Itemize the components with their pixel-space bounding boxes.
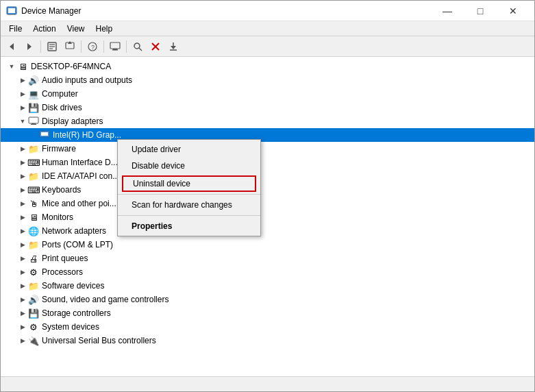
svg-point-16: [134, 43, 140, 49]
audio-arrow[interactable]: ▶: [17, 75, 28, 86]
tree-item-usb[interactable]: ▶ 🔌 Universal Serial Bus controllers: [1, 334, 534, 347]
menu-action[interactable]: Action: [27, 23, 61, 35]
close-button[interactable]: ✕: [497, 1, 529, 21]
firmware-label: Firmware: [42, 144, 76, 154]
monitors-arrow[interactable]: ▶: [17, 212, 28, 223]
svg-marker-4: [27, 43, 32, 50]
software-arrow[interactable]: ▶: [17, 280, 28, 291]
title-bar: Device Manager — □ ✕: [1, 1, 534, 21]
help-button[interactable]: ?: [84, 38, 101, 55]
menu-file[interactable]: File: [3, 23, 27, 35]
tree-item-display[interactable]: ▼ Display adapters: [1, 114, 534, 128]
svg-text:?: ?: [91, 44, 95, 51]
sound-arrow[interactable]: ▶: [17, 294, 28, 305]
svg-rect-23: [29, 117, 38, 123]
intel-gpu-label: Intel(R) HD Grap...: [53, 130, 121, 140]
processors-arrow[interactable]: ▶: [17, 267, 28, 278]
maximize-button[interactable]: □: [464, 1, 496, 21]
forward-button[interactable]: [21, 38, 38, 55]
root-label: DESKTOP-6F4MNCA: [31, 62, 111, 71]
ports-label: Ports (COM & LPT): [42, 240, 113, 249]
svg-rect-2: [8, 14, 15, 15]
tree-item-firmware[interactable]: ▶ 📁 Firmware: [1, 142, 534, 156]
tree-item-keyboards[interactable]: ▶ ⌨ Keyboards: [1, 183, 534, 197]
back-button[interactable]: [3, 38, 20, 55]
tree-item-mice[interactable]: ▶ 🖱 Mice and other poi...: [1, 197, 534, 210]
window-title: Device Manager: [21, 6, 432, 16]
ctx-scan-changes[interactable]: Scan for hardware changes: [118, 197, 260, 213]
computer-label: Computer: [42, 89, 78, 99]
ide-label: IDE ATA/ATAPI con...: [42, 171, 119, 181]
uninstall-button[interactable]: [147, 38, 164, 55]
ports-icon: 📁: [28, 239, 39, 250]
processors-icon: ⚙: [28, 267, 39, 278]
download-button[interactable]: [165, 38, 182, 55]
svg-rect-24: [32, 123, 36, 124]
toolbar-separator-2: [81, 40, 82, 53]
update-driver-button[interactable]: [62, 38, 78, 55]
menu-view[interactable]: View: [62, 23, 90, 35]
disk-arrow[interactable]: ▶: [17, 102, 28, 113]
main-content: ▼ 🖥 DESKTOP-6F4MNCA ▶ 🔊 Audio inputs and…: [1, 57, 534, 376]
tree-item-computer[interactable]: ▶ 💻 Computer: [1, 87, 534, 101]
status-bar: [1, 376, 534, 391]
mice-arrow[interactable]: ▶: [17, 198, 28, 209]
monitor-button[interactable]: [107, 38, 123, 55]
ctx-update-driver[interactable]: Update driver: [118, 141, 260, 158]
tree-item-audio[interactable]: ▶ 🔊 Audio inputs and outputs: [1, 73, 534, 87]
title-bar-controls: — □ ✕: [432, 1, 529, 21]
svg-marker-3: [10, 43, 14, 50]
display-arrow[interactable]: ▼: [17, 116, 28, 127]
firmware-arrow[interactable]: ▶: [17, 143, 28, 154]
device-tree[interactable]: ▼ 🖥 DESKTOP-6F4MNCA ▶ 🔊 Audio inputs and…: [1, 57, 534, 376]
usb-arrow[interactable]: ▶: [17, 335, 28, 346]
disk-label: Disk drives: [42, 103, 82, 112]
ctx-separator-1: [118, 194, 260, 195]
system-arrow[interactable]: ▶: [17, 321, 28, 332]
tree-root[interactable]: ▼ 🖥 DESKTOP-6F4MNCA: [1, 60, 534, 73]
tree-item-network[interactable]: ▶ 🌐 Network adapters: [1, 224, 534, 238]
mice-label: Mice and other poi...: [42, 199, 116, 208]
display-icon: [28, 116, 39, 127]
sound-label: Sound, video and game controllers: [42, 295, 169, 304]
tree-item-print[interactable]: ▶ 🖨 Print queues: [1, 252, 534, 265]
tree-item-hid[interactable]: ▶ ⌨ Human Interface D...: [1, 156, 534, 169]
toolbar-separator-1: [40, 40, 41, 53]
root-expand-arrow[interactable]: ▼: [6, 61, 17, 72]
print-arrow[interactable]: ▶: [17, 253, 28, 264]
storage-label: Storage controllers: [42, 308, 111, 318]
display-label: Display adapters: [42, 117, 103, 126]
tree-item-software[interactable]: ▶ 📁 Software devices: [1, 279, 534, 293]
system-label: System devices: [42, 322, 99, 332]
tree-item-storage[interactable]: ▶ 💾 Storage controllers: [1, 306, 534, 320]
tree-item-system[interactable]: ▶ ⚙ System devices: [1, 320, 534, 334]
storage-icon: 💾: [28, 308, 39, 319]
ctx-uninstall-device[interactable]: Uninstall device: [122, 175, 256, 192]
svg-marker-20: [171, 46, 176, 49]
tree-item-ports[interactable]: ▶ 📁 Ports (COM & LPT): [1, 238, 534, 252]
storage-arrow[interactable]: ▶: [17, 308, 28, 319]
ctx-properties[interactable]: Properties: [118, 218, 260, 234]
computer-icon: 🖥: [17, 61, 28, 72]
ctx-separator-2: [118, 215, 260, 216]
toolbar-separator-3: [103, 40, 104, 53]
network-arrow[interactable]: ▶: [17, 225, 28, 236]
audio-label: Audio inputs and outputs: [42, 75, 132, 85]
mice-icon: 🖱: [28, 198, 39, 209]
tree-item-processors[interactable]: ▶ ⚙ Processors: [1, 265, 534, 279]
ide-arrow[interactable]: ▶: [17, 171, 28, 182]
tree-item-intel-gpu[interactable]: Intel(R) HD Grap...: [1, 128, 534, 142]
tree-item-disk[interactable]: ▶ 💾 Disk drives: [1, 101, 534, 114]
usb-label: Universal Serial Bus controllers: [42, 336, 156, 345]
hid-icon: ⌨: [28, 157, 39, 168]
menu-help[interactable]: Help: [90, 23, 119, 35]
properties-button[interactable]: [44, 38, 60, 55]
computer-arrow[interactable]: ▶: [17, 88, 28, 99]
ports-arrow[interactable]: ▶: [17, 239, 28, 250]
ctx-disable-device[interactable]: Disable device: [118, 158, 260, 174]
scan-button[interactable]: [129, 38, 146, 55]
tree-item-sound[interactable]: ▶ 🔊 Sound, video and game controllers: [1, 293, 534, 306]
tree-item-monitors[interactable]: ▶ 🖥 Monitors: [1, 210, 534, 224]
minimize-button[interactable]: —: [432, 1, 463, 21]
tree-item-ide[interactable]: ▶ 📁 IDE ATA/ATAPI con...: [1, 169, 534, 183]
